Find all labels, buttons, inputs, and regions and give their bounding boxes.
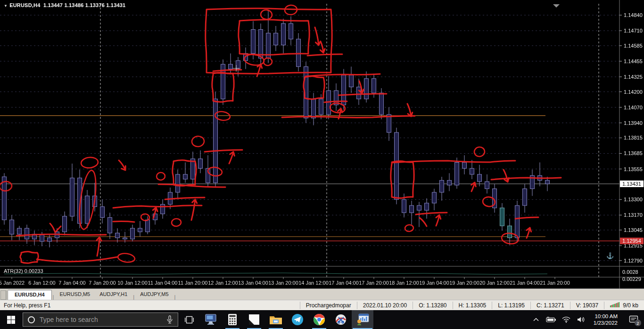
time-axis-label: 14 Jan 12:00 [298, 280, 329, 286]
chart-tab-audjpy-h1[interactable]: AUDJPY,H1 [95, 290, 132, 300]
taskbar-clock[interactable]: 10:00 AM 1/23/2022 [590, 313, 621, 326]
candle [85, 196, 90, 223]
time-axis-label: 10 Jan 12:00 [117, 280, 148, 286]
telegram-icon [291, 313, 304, 326]
candle [402, 199, 406, 213]
annotation-arrow [97, 237, 101, 256]
app-notes[interactable] [243, 310, 265, 329]
chart-window[interactable]: 1.148401.147101.145851.144551.143251.142… [0, 0, 644, 288]
annotation-curve [37, 257, 118, 262]
price-axis-label: 1.13300 [624, 197, 643, 202]
price-axis-label: 1.12790 [624, 258, 643, 263]
volume-icon[interactable] [575, 310, 588, 329]
tray-chevron-icon[interactable] [529, 310, 543, 329]
battery-icon[interactable] [545, 310, 558, 329]
taskbar-search-input[interactable]: Type here to search [23, 313, 178, 327]
candle [236, 61, 240, 69]
time-axis-label: 11 Jan 04:00 [148, 280, 178, 286]
annotation-line [113, 222, 134, 222]
annotation-circle [117, 253, 135, 263]
candle [410, 206, 414, 213]
candle [297, 39, 301, 66]
price-tag-text: 1.13431 [622, 181, 641, 187]
annotation-arrow [315, 27, 320, 45]
price-axis-label: 1.14710 [624, 28, 643, 33]
price-axis-label: 1.14070 [624, 105, 643, 110]
microphone-icon[interactable] [166, 315, 173, 324]
symbol-dropdown-icon[interactable]: ▼ [4, 4, 8, 8]
clock-time: 10:00 AM [594, 313, 618, 320]
app-telegram[interactable] [287, 310, 308, 329]
chrome-icon [313, 313, 325, 326]
time-axis-label: 17 Jan 04:00 [329, 280, 359, 286]
price-axis-label: 1.13815 [624, 135, 643, 140]
app-calculator[interactable] [222, 310, 243, 329]
candle [349, 75, 354, 87]
status-help-text: For Help, press F1 [0, 302, 300, 309]
annotation-arrow [471, 182, 476, 191]
status-segment: V: 19037 [570, 302, 604, 309]
annotation-circle [171, 218, 182, 227]
app-metatrader[interactable] [352, 310, 373, 329]
signal-bars-icon [610, 302, 620, 308]
app-chrome[interactable] [308, 310, 330, 329]
status-segment: 2022.01.10 20:00 [357, 302, 413, 309]
candle [425, 203, 429, 210]
price-chart-canvas[interactable]: 1.148401.147101.145851.144551.143251.142… [0, 0, 644, 288]
chart-tab-eurusd-h4[interactable]: EURUSD,H4 [8, 290, 52, 300]
annotation-circle [405, 224, 413, 232]
candle [48, 238, 52, 242]
search-icon [28, 316, 35, 323]
price-axis-label: 1.14200 [624, 89, 643, 95]
price-axis-label: 1.14585 [624, 43, 643, 49]
metatrader-icon [356, 313, 369, 326]
atr-axis-label: 0.0028 [622, 269, 638, 275]
annotation-arrow [504, 170, 509, 182]
tab-scroll-button[interactable] [0, 290, 7, 300]
price-axis-label: 1.14325 [624, 74, 643, 80]
annotation-line [393, 161, 515, 163]
price-axis-label: 1.14840 [624, 12, 643, 18]
app-screen-capture[interactable] [330, 310, 352, 329]
notification-center-button[interactable]: 2 [623, 310, 644, 329]
annotation-arrow [257, 64, 262, 76]
candle [545, 181, 550, 184]
annotation-circle [81, 156, 99, 169]
wifi-icon[interactable] [560, 310, 573, 329]
hand-drawn-annotations [0, 5, 561, 263]
price-axis-label: 1.13685 [624, 150, 643, 156]
candle [131, 228, 135, 239]
annotation-line [113, 206, 202, 208]
status-segment: Prochargedmopar [300, 302, 357, 309]
candle [100, 207, 105, 218]
candle [289, 24, 293, 39]
candle [417, 206, 421, 210]
app-computer[interactable] [200, 310, 222, 329]
notes-app-icon [248, 314, 260, 325]
chart-tab-eurusd-m5[interactable]: EURUSD,M5 [55, 290, 95, 300]
time-axis-label: 21 Jan 20:00 [540, 280, 570, 286]
chart-tab-audjpy-m5[interactable]: AUDJPY,M5 [135, 290, 173, 300]
time-axis-label: 19 Jan 20:00 [449, 280, 479, 286]
app-file-explorer[interactable] [265, 310, 287, 329]
status-bar: For Help, press F1 Prochargedmopar2022.0… [0, 300, 644, 310]
candle [161, 204, 165, 214]
indicator-label: ATR(32) 0.00233 [4, 268, 43, 274]
annotation-arrow [191, 199, 197, 220]
start-button[interactable] [0, 310, 22, 329]
candle [440, 181, 444, 192]
tab-separator: | [173, 293, 177, 300]
time-axis: 5 Jan 20226 Jan 12:007 Jan 04:007 Jan 20… [0, 277, 570, 286]
candle [10, 220, 14, 234]
annotation-circle [156, 172, 165, 181]
time-axis-label: 21 Jan 04:00 [510, 280, 540, 286]
time-axis-label: 7 Jan 04:00 [58, 280, 86, 286]
candle [485, 181, 489, 189]
annotation-circle [140, 214, 150, 221]
price-axis: 1.148401.147101.145851.144551.143251.142… [619, 12, 644, 282]
candle [70, 178, 74, 216]
task-view-button[interactable] [178, 310, 200, 329]
annotation-circle [474, 147, 485, 157]
candle [508, 226, 512, 238]
time-axis-label: 6 Jan 12:00 [28, 280, 56, 286]
